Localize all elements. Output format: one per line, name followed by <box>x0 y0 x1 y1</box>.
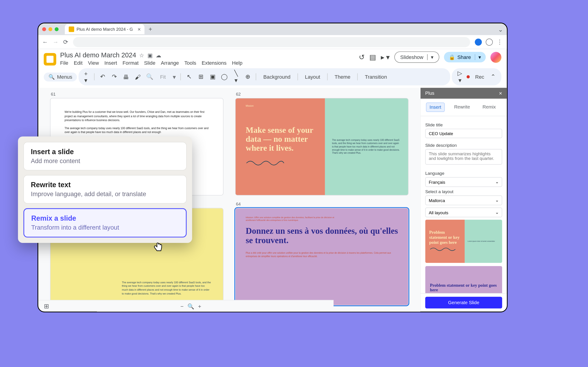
layout-preview-1[interactable]: Problem statement or key point goes here… <box>425 219 502 263</box>
doc-header: Plus AI demo March 2024 ☆ ▣ ☁ File Edit … <box>38 49 507 66</box>
slide-title-input[interactable] <box>425 129 502 138</box>
zoom-in-icon[interactable]: + <box>198 303 201 309</box>
slide-number: 62 <box>235 92 408 96</box>
forward-icon[interactable]: → <box>53 39 59 45</box>
layout-filter-select[interactable]: All layouts ⌄ <box>425 207 502 217</box>
menu-insert[interactable]: Insert <box>104 60 117 66</box>
reload-icon[interactable]: ⟳ <box>63 38 68 45</box>
layout-button[interactable]: Layout <box>303 74 322 80</box>
image-icon[interactable]: ▣ <box>209 73 216 81</box>
maximize-window-dot[interactable] <box>55 27 59 31</box>
redo-icon[interactable]: ↷ <box>111 73 118 81</box>
menu-help[interactable]: Help <box>232 60 242 66</box>
menu-view[interactable]: View <box>88 60 99 66</box>
collapse-toolbar-icon[interactable]: ⌃ <box>490 73 497 81</box>
slide-number: 64 <box>235 201 408 206</box>
popup-rewrite-text[interactable]: Rewrite text Improve language, add detai… <box>23 175 187 203</box>
star-icon[interactable]: ☆ <box>139 52 144 58</box>
tab-rewrite[interactable]: Rewrite <box>451 102 473 112</box>
history-icon[interactable]: ↺ <box>359 53 365 61</box>
shape-icon[interactable]: ◯ <box>221 73 228 81</box>
action-popup: Insert a slide Add more content Rewrite … <box>18 136 192 243</box>
paint-format-icon[interactable]: 🖌 <box>134 73 141 80</box>
minimize-window-dot[interactable] <box>48 27 52 31</box>
search-icon: 🔍 <box>48 74 55 80</box>
slide-desc-input[interactable] <box>425 149 502 165</box>
window-controls <box>42 27 59 31</box>
slide-desc-label: Slide description <box>425 143 502 147</box>
browser-tab[interactable]: Plus AI demo March 2024 - G × <box>65 24 145 34</box>
layout-preview-2[interactable]: Problem statement or key point goes here <box>425 266 502 293</box>
browser-url-bar: ← → ⟳ ⋮ <box>38 35 507 49</box>
menu-search[interactable]: 🔍 Menus <box>44 72 77 81</box>
grid-view-icon[interactable]: ⊞ <box>44 302 49 310</box>
tab-title: Plus AI demo March 2024 - G <box>77 27 133 31</box>
share-dropdown-icon[interactable]: ▾ <box>475 54 481 60</box>
popup-insert-slide[interactable]: Insert a slide Add more content <box>23 142 187 170</box>
slideshow-button[interactable]: Slideshow ▾ <box>394 51 439 63</box>
profile-circle-icon[interactable] <box>486 38 493 45</box>
layout-select-label: Select a layout <box>425 189 502 194</box>
extension-icon[interactable] <box>475 38 482 45</box>
record-group: ▷ ▾ Rec ⌃ <box>452 68 502 85</box>
toolbar: 🔍 Menus + ▾ ↶ ↷ 🖶 🖌 🔍 Fit ▾ ↖ ⊞ ▣ ◯ ╲ ▾ … <box>38 66 507 88</box>
zoom-fit[interactable]: Fit <box>158 74 168 80</box>
print-icon[interactable]: 🖶 <box>123 73 130 80</box>
browser-menu-icon[interactable]: ⋮ <box>497 38 503 46</box>
undo-icon[interactable]: ↶ <box>99 73 106 81</box>
share-button[interactable]: 🔒 Share ▾ <box>444 52 485 62</box>
slideshow-dropdown-icon[interactable]: ▾ <box>427 54 433 60</box>
close-tab-icon[interactable]: × <box>138 26 141 32</box>
address-bar[interactable] <box>73 37 470 47</box>
lock-icon: 🔒 <box>449 54 455 60</box>
tab-remix[interactable]: Remix <box>479 102 499 112</box>
layout-theme-select[interactable]: Mallorca ⌄ <box>425 195 502 205</box>
pointer-mode-icon[interactable]: ▷ ▾ <box>456 70 464 84</box>
generate-slide-button[interactable]: Generate Slide <box>425 297 502 309</box>
popup-remix-slide[interactable]: Remix a slide Transform into a different… <box>23 208 187 238</box>
bottom-status-bar: ⊞ − 🔍 + <box>38 300 334 311</box>
slide-number: 61 <box>50 92 224 96</box>
tab-overflow-icon[interactable]: ⌄ <box>498 25 503 33</box>
menu-arrange[interactable]: Arrange <box>161 60 179 66</box>
back-icon[interactable]: ← <box>42 39 48 45</box>
new-tab-button[interactable]: + <box>149 26 152 33</box>
doc-title[interactable]: Plus AI demo March 2024 <box>60 51 136 59</box>
menu-slide[interactable]: Slide <box>144 60 155 66</box>
background-button[interactable]: Background <box>261 74 293 80</box>
meet-icon[interactable]: ▸ ▾ <box>381 53 390 61</box>
menu-file[interactable]: File <box>60 60 69 66</box>
new-slide-icon[interactable]: + ▾ <box>82 70 90 84</box>
close-panel-icon[interactable]: × <box>499 90 502 96</box>
menu-format[interactable]: Format <box>123 60 139 66</box>
theme-button[interactable]: Theme <box>332 74 353 80</box>
textbox-icon[interactable]: ⊞ <box>197 73 204 81</box>
record-button[interactable]: Rec <box>473 74 486 80</box>
menu-edit[interactable]: Edit <box>74 60 82 66</box>
menu-tools[interactable]: Tools <box>184 60 196 66</box>
slide-62[interactable]: Mission Make sense of your data — no mat… <box>235 98 408 195</box>
panel-tabs: Insert Rewrite Remix <box>421 99 507 116</box>
plus-ai-panel: Plus × Insert Rewrite Remix Slide title … <box>420 88 507 312</box>
zoom-reset-icon[interactable]: 🔍 <box>187 303 194 309</box>
menu-extensions[interactable]: Extensions <box>202 60 226 66</box>
user-avatar[interactable] <box>490 52 502 63</box>
comment-add-icon[interactable]: ⊕ <box>244 73 251 81</box>
language-label: Language <box>425 171 502 175</box>
move-folder-icon[interactable]: ▣ <box>147 52 153 58</box>
transition-button[interactable]: Transition <box>363 74 389 80</box>
browser-tab-bar: Plus AI demo March 2024 - G × + ⌄ <box>38 23 507 35</box>
tab-insert[interactable]: Insert <box>426 102 445 112</box>
cloud-status-icon: ☁ <box>156 52 161 58</box>
zoom-out-icon[interactable]: − <box>180 303 183 309</box>
chevron-down-icon: ⌄ <box>495 179 499 184</box>
comments-icon[interactable]: ▤ <box>369 53 376 61</box>
line-icon[interactable]: ╲ ▾ <box>233 70 240 84</box>
slide-64[interactable]: Mission: Offrir une solution complète de… <box>235 208 408 305</box>
slides-app-icon[interactable] <box>44 53 56 65</box>
slide-title-label: Slide title <box>425 123 502 127</box>
language-select[interactable]: Français ⌄ <box>425 177 502 187</box>
zoom-icon[interactable]: 🔍 <box>146 73 153 81</box>
close-window-dot[interactable] <box>42 27 46 31</box>
select-tool-icon[interactable]: ↖ <box>186 73 193 81</box>
